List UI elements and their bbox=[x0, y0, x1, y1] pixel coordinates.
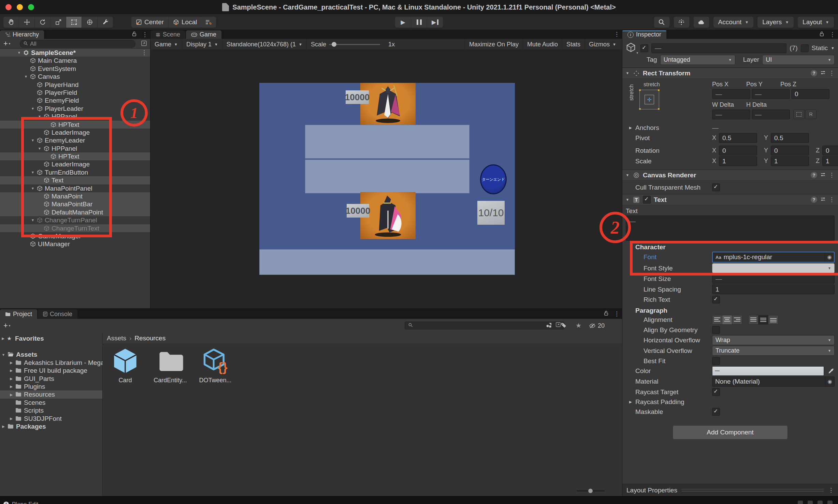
expand-arrow-icon[interactable]: ▼ bbox=[29, 216, 36, 224]
hierarchy-row[interactable]: HPText bbox=[0, 121, 150, 129]
expand-arrow-icon[interactable]: ▼ bbox=[29, 136, 36, 144]
hierarchy-row[interactable]: LeaderImage bbox=[0, 160, 150, 168]
filter-by-type-icon[interactable] bbox=[546, 322, 552, 329]
display-dropdown[interactable]: Display 1▼ bbox=[182, 39, 222, 50]
rich-text-checkbox[interactable] bbox=[712, 296, 720, 303]
project-tree-row[interactable]: ▶Aekashics Librarium - Mega bbox=[0, 359, 102, 367]
cloud-icon[interactable] bbox=[694, 17, 709, 28]
move-tool-icon[interactable] bbox=[19, 17, 35, 28]
blueprint-mode-toggle[interactable] bbox=[793, 109, 805, 119]
text-component-header[interactable]: ▼ T Text ? ⋮ bbox=[622, 194, 838, 205]
align-right-button[interactable] bbox=[732, 315, 742, 324]
component-enabled-checkbox[interactable] bbox=[643, 196, 651, 204]
pivot-x-field[interactable]: 0.5 bbox=[719, 133, 757, 143]
transform-tool-icon[interactable] bbox=[82, 17, 98, 28]
hierarchy-row[interactable]: EventSystem bbox=[0, 65, 150, 73]
kebab-menu-icon[interactable]: ⋮ bbox=[614, 311, 620, 317]
pos-y-field[interactable]: — bbox=[752, 89, 790, 99]
hierarchy-row[interactable]: PlayerHand bbox=[0, 81, 150, 89]
status-message[interactable]: ! Plane Edit... bbox=[3, 501, 43, 504]
kebab-menu-icon[interactable]: ⋮ bbox=[828, 487, 834, 493]
hierarchy-row[interactable]: ▼ManaPointPanel bbox=[0, 184, 150, 192]
hidden-items-count[interactable]: 20 bbox=[589, 322, 605, 329]
font-object-field[interactable]: Aamplus-1c-regular ◉ bbox=[712, 252, 835, 263]
stats-button[interactable]: Stats bbox=[562, 39, 584, 50]
filter-by-label-icon[interactable] bbox=[561, 322, 567, 329]
expand-arrow-icon[interactable]: ▼ bbox=[23, 73, 29, 80]
hierarchy-row[interactable]: PlayerField bbox=[0, 89, 150, 97]
expand-arrow-icon[interactable]: ▼ bbox=[16, 49, 23, 57]
foldout-icon[interactable]: ▼ bbox=[626, 198, 630, 202]
expand-arrow-icon[interactable]: ▶ bbox=[8, 367, 14, 374]
cull-transparent-mesh-checkbox[interactable] bbox=[712, 183, 720, 191]
account-dropdown[interactable]: Account▼ bbox=[713, 17, 754, 28]
scale-tool-icon[interactable] bbox=[50, 17, 66, 28]
hand-tool-icon[interactable] bbox=[3, 17, 19, 28]
lock-icon[interactable] bbox=[604, 311, 608, 317]
hierarchy-row[interactable]: DefaultManaPoint bbox=[0, 208, 150, 216]
vertical-overflow-dropdown[interactable]: Truncate▼ bbox=[712, 346, 835, 356]
font-size-field[interactable]: — bbox=[712, 274, 835, 284]
expand-arrow-icon[interactable]: ▶ bbox=[8, 390, 14, 398]
layers-dropdown[interactable]: Layers▼ bbox=[757, 17, 794, 28]
scale-y-field[interactable]: 1 bbox=[771, 156, 809, 166]
hierarchy-row[interactable]: ▼TurnEndButton bbox=[0, 168, 150, 176]
horizontal-overflow-dropdown[interactable]: Wrap▼ bbox=[712, 335, 835, 345]
align-center-button[interactable] bbox=[722, 315, 732, 324]
rotation-z-field[interactable]: 0 bbox=[822, 146, 838, 155]
line-spacing-field[interactable]: 1 bbox=[712, 284, 835, 294]
name-field[interactable]: — bbox=[651, 43, 786, 53]
pause-button[interactable] bbox=[411, 17, 427, 28]
project-search-input[interactable] bbox=[405, 322, 564, 329]
display-target-dropdown[interactable]: Game▼ bbox=[150, 39, 182, 50]
foldout-icon[interactable]: ▼ bbox=[626, 71, 630, 75]
pivot-mode-button[interactable]: Center bbox=[131, 17, 169, 28]
hierarchy-row[interactable]: EnemyField bbox=[0, 97, 150, 104]
hierarchy-scene-row[interactable]: ▼SampleScene*⋮ bbox=[0, 49, 150, 57]
anchor-preset-button[interactable]: ✛ bbox=[639, 90, 659, 109]
expand-arrow-icon[interactable]: ▼ bbox=[0, 351, 6, 358]
hierarchy-row[interactable]: ManaPoint bbox=[0, 192, 150, 200]
canvas-renderer-header[interactable]: ▼ Canvas Renderer ? ⋮ bbox=[622, 169, 838, 181]
foldout-icon[interactable]: ▶ bbox=[629, 126, 633, 130]
hierarchy-row[interactable]: ▼EnemyLeader bbox=[0, 136, 150, 144]
project-tree-row[interactable]: ▶Plugins bbox=[0, 383, 102, 390]
create-asset-button[interactable]: +▾ bbox=[3, 321, 10, 330]
active-checkbox[interactable] bbox=[640, 44, 648, 52]
add-component-button[interactable]: Add Component bbox=[673, 425, 788, 440]
lock-icon[interactable] bbox=[820, 31, 824, 38]
h-delta-field[interactable]: — bbox=[752, 109, 790, 119]
hierarchy-row[interactable]: ManaPointBar bbox=[0, 200, 150, 208]
object-picker-icon[interactable]: ◉ bbox=[825, 377, 834, 386]
help-icon[interactable]: ? bbox=[811, 70, 817, 76]
tab-hierarchy[interactable]: Hierarchy bbox=[0, 30, 44, 39]
align-left-button[interactable] bbox=[712, 315, 722, 324]
raycast-target-checkbox[interactable] bbox=[712, 388, 720, 396]
rotate-tool-icon[interactable] bbox=[35, 17, 50, 28]
project-tree-row[interactable]: ▶Packages bbox=[0, 423, 102, 430]
pivot-y-field[interactable]: 0.5 bbox=[771, 133, 809, 143]
hierarchy-row[interactable]: HPText bbox=[0, 152, 150, 160]
hierarchy-row[interactable]: ▼HPPanel bbox=[0, 113, 150, 120]
expand-arrow-icon[interactable]: ▶ bbox=[8, 415, 14, 423]
rect-transform-header[interactable]: ▼ Rect Transform ? ⋮ bbox=[622, 68, 838, 79]
tab-game[interactable]: Game bbox=[186, 30, 221, 39]
rotation-x-field[interactable]: 0 bbox=[719, 146, 757, 155]
turn-end-button[interactable]: ターンエンド bbox=[480, 164, 507, 194]
lock-icon[interactable] bbox=[132, 31, 136, 38]
rotation-y-field[interactable]: 0 bbox=[771, 146, 809, 155]
best-fit-checkbox[interactable] bbox=[712, 357, 720, 365]
pos-x-field[interactable]: — bbox=[712, 89, 750, 99]
asset-item[interactable]: {}DOTween... bbox=[199, 347, 232, 384]
project-tree-row[interactable]: ▼Assets bbox=[0, 351, 102, 358]
font-style-dropdown[interactable]: ▼ bbox=[712, 263, 835, 273]
expand-arrow-icon[interactable]: ▼ bbox=[36, 113, 43, 120]
hierarchy-row[interactable]: UIManager bbox=[0, 240, 150, 248]
align-top-button[interactable] bbox=[749, 315, 758, 324]
hierarchy-row[interactable]: ▼Canvas bbox=[0, 73, 150, 80]
align-middle-button[interactable] bbox=[758, 315, 768, 324]
preset-icon[interactable] bbox=[820, 196, 826, 203]
text-value-input[interactable]: — bbox=[626, 216, 835, 241]
kebab-menu-icon[interactable]: ⋮ bbox=[614, 31, 620, 37]
project-tree-row[interactable]: Scenes bbox=[0, 399, 102, 406]
